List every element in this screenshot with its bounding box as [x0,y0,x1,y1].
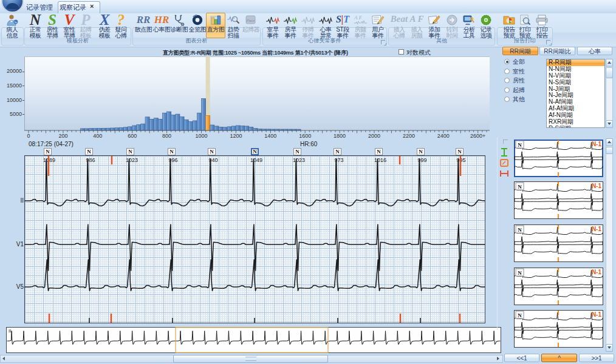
svg-text:1400: 1400 [264,133,276,139]
svg-text:N: N [518,142,522,148]
svg-text:N-1: N-1 [592,311,602,318]
svg-text:1000: 1000 [195,133,207,139]
svg-text:N: N [518,184,522,190]
svg-text:800: 800 [162,133,171,139]
svg-text:N-1: N-1 [592,141,602,147]
svg-text:N: N [518,270,522,276]
svg-text:200: 200 [58,133,67,139]
svg-text:II: II [9,328,11,334]
svg-text:1600: 1600 [299,133,311,139]
svg-text:2600+: 2600+ [470,133,485,139]
svg-text:Pace: Pace [247,19,255,22]
svg-text:2000: 2000 [368,133,380,139]
svg-text:N-1: N-1 [592,183,602,189]
svg-text:0: 0 [27,133,30,139]
svg-text:2200: 2200 [403,133,415,139]
svg-text:1200: 1200 [230,133,242,139]
svg-text:400: 400 [93,133,102,139]
svg-text:N: N [518,312,522,318]
svg-text:N-1: N-1 [592,269,602,275]
svg-text:A F: A F [354,15,363,21]
svg-text:600: 600 [128,133,137,139]
svg-text:N-1: N-1 [592,226,602,232]
svg-text:N: N [518,227,522,233]
svg-text:2400: 2400 [437,133,450,139]
svg-text:1800: 1800 [334,133,346,139]
